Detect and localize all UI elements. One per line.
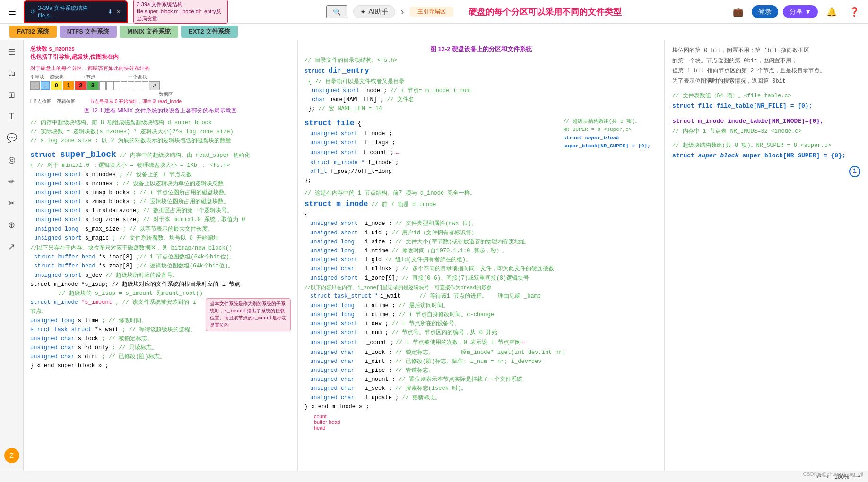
share-chevron-icon: ▼ [805, 8, 811, 16]
data-block [128, 81, 134, 90]
right-panel-content: 块位图的第 0 bit，闲置不用；第 1bit 指向数据区 的第一个块。节点位图… [672, 46, 860, 177]
sidebar-grid-icon[interactable]: ⊞ [5, 87, 18, 103]
data-block [121, 81, 127, 90]
tab-label: 3-39a 文件系统结构file,s... [38, 4, 104, 19]
inode-block-2: 2 [75, 81, 87, 90]
center-code: // 目录文件的目录项结构。<fs.h> struct dir_entry { … [304, 56, 658, 412]
main-content: ☰ 🗂 ⊞ T 💬 ◎ ✏ ✂ ⊕ ↗ Z 总块数 s_nzones 也包括了引… [0, 40, 868, 471]
topbar-right: 💼 登录 分享 ▼ 🔔 ❓ [729, 5, 863, 19]
tab-fat32[interactable]: FAT32 系统 [9, 26, 57, 38]
sidebar-text-icon[interactable]: T [6, 109, 17, 124]
buffer-head-annotation: buffer head [314, 419, 658, 425]
balloon-annotation: 当本文件系统是作为别的系统的子系统时，s_imount指出了系统的挂载位置。而且… [206, 298, 291, 331]
super-block-diagram: ↓ [41, 81, 50, 90]
sidebar-edit-icon[interactable]: ✏ [5, 173, 18, 189]
lock-line: unsigned char s_lock ; // 被锁定标志。 [30, 335, 203, 344]
breadcrumb: 主引导扇区 [410, 7, 453, 17]
search-button[interactable]: 🔍 [326, 5, 347, 18]
ai-assistant-button[interactable]: ✦ AI助手 [353, 5, 395, 18]
struct-comment2: { // 对于 minix1.0 ：逻辑块大小 = 物理磁盘块大小 = 1Kb … [30, 161, 291, 170]
search-icon: 🔍 [333, 8, 341, 16]
sidebar: ☰ 🗂 ⊞ T 💬 ◎ ✏ ✂ ⊕ ↗ Z [0, 40, 24, 471]
head-annotation: head [314, 425, 658, 430]
right-panel: 块位图的第 0 bit，闲置不用；第 1bit 指向数据区 的第一个块。节点位图… [665, 40, 868, 471]
data-block [142, 81, 148, 90]
data-block-end: ↗ [149, 81, 160, 90]
ai-label: AI助手 [369, 8, 388, 16]
user-avatar[interactable]: Z [4, 448, 19, 463]
super-block-code: // 内存中超级块结构。前 8 项组成磁盘超级块结构 d_super_block… [30, 119, 291, 371]
center-panel: 图 12-2 硬盘设备上的分区和文件系统 // 目录文件的目录项结构。<fs.h… [298, 40, 665, 471]
tab-close-icon[interactable]: ✕ [116, 9, 121, 15]
hamburger-icon[interactable]: ☰ [5, 5, 20, 19]
topbar-left: ☰ ↺ 3-39a 文件系统结构file,s... ⬇ ✕ 3-39a 文件系统… [5, 0, 228, 24]
diagram-annotation: 对于硬盘上的每个分区，都应该有如此的块分布结构 [30, 65, 291, 72]
end-line: } « end super_block » ; [30, 362, 291, 370]
sidebar-menu-icon[interactable]: ☰ [5, 44, 18, 60]
tab-minix[interactable]: MINIX 文件系统 [120, 26, 178, 38]
sidebar-files-icon[interactable]: 🗂 [5, 66, 19, 81]
share-button[interactable]: 分享 ▼ [783, 5, 818, 18]
fs-tabs-row: FAT32 系统 NTFS 文件系统 MINIX 文件系统 EXT2 文件系统 [0, 24, 868, 40]
data-block [99, 81, 106, 90]
block-layout-diagram: 对于硬盘上的每个分区，都应该有如此的块分布结构 引导块 超级块 i 节点 一个盘… [30, 65, 291, 115]
comment3: // s_log_zone_size : 以 2 为底的对数表示的逻辑块包含的磁… [30, 137, 291, 146]
dirt-line: unsigned char s_dirt ; // 已修改(脏)标志。 [30, 353, 203, 362]
data-block [113, 81, 120, 90]
fig-title-center: 图 12-2 硬盘设备上的分区和文件系统 [304, 45, 658, 53]
rdonly-line: unsigned char s_rd_only ; // 只读标志。 [30, 344, 203, 353]
annotation-readinode: 节点号是从 0 开始编址，理由见 read_inode [90, 98, 182, 105]
count-annotation: count [314, 413, 658, 419]
help-icon[interactable]: ❓ [845, 5, 863, 19]
inode-block-3: 3 [87, 81, 99, 90]
comment2: // 实际块数 = 逻辑块数(s_nzones) * 逻辑块大小(2^s_log… [30, 128, 291, 137]
sidebar-comment-icon[interactable]: 💬 [4, 130, 20, 146]
briefcase-icon[interactable]: 💼 [729, 5, 747, 19]
comment1: // 内存中超级块结构。前 8 项组成磁盘超级块结构 d_super_block [30, 119, 291, 128]
boot-block: ↓ [30, 81, 40, 90]
login-button[interactable]: 登录 [752, 5, 778, 18]
tab-tooltip: 3-39a 文件系统结构file,super_block,m_inode,dir… [133, 0, 228, 24]
sidebar-scissors-icon[interactable]: ✂ [5, 195, 18, 211]
left-title: 总块数 s_nzones 也包括了引导块,超级块,位图块在内 [30, 45, 291, 61]
download-icon[interactable]: ⬇ [108, 9, 113, 15]
isup-line: struct m_inode *s_isup; // 超级块对应的文件系统的根目… [30, 280, 291, 289]
sidebar-circle-icon[interactable]: ◎ [5, 152, 18, 168]
main-title: 硬盘的每个分区可以采用不同的文件类型 [459, 5, 631, 18]
data-block [106, 81, 113, 90]
info-circle-icon[interactable]: i [849, 166, 860, 177]
share-label: 分享 [790, 8, 803, 16]
inode-block-1: 1 [63, 81, 75, 90]
diagram-fig-title: 图 12-1 建有 MINIX 文件系统的块设备上各部分的布局示意图 [30, 107, 291, 115]
tab-ext2[interactable]: EXT2 文件系统 [181, 26, 238, 38]
status-bar: ↩ ↪ 100% − + [0, 471, 868, 482]
data-block [135, 81, 141, 90]
watermark: CSDN▶@zhangzhang_eji [803, 471, 863, 477]
tab-ntfs[interactable]: NTFS 文件系统 [60, 26, 117, 38]
chevron-icon: › [401, 6, 404, 17]
imount-line: struct m_inode *s_imount ; // 该文件系统被安装到的… [30, 298, 203, 316]
topbar: ☰ ↺ 3-39a 文件系统结构file,s... ⬇ ✕ 3-39a 文件系统… [0, 0, 868, 24]
ai-icon: ✦ [360, 8, 366, 16]
wait-line: struct task_struct *s_wait ; // 等待该超级块的进… [30, 326, 203, 335]
isup-line2: // 超级块的 s_isup = s_imount 见mount_root() [59, 289, 291, 298]
left-panel: 总块数 s_nzones 也包括了引导块,超级块,位图块在内 对于硬盘上的每个分… [24, 40, 298, 471]
active-tab[interactable]: ↺ 3-39a 文件系统结构file,s... ⬇ ✕ [24, 0, 128, 23]
bell-icon[interactable]: 🔔 [823, 5, 841, 19]
topbar-center: 🔍 ✦ AI助手 › 主引导扇区 硬盘的每个分区可以采用不同的文件类型 [228, 5, 729, 18]
right-comments: 块位图的第 0 bit，闲置不用；第 1bit 指向数据区 的第一个块。节点位图… [672, 46, 860, 86]
time-line: unsigned long s_time ; // 修改时间。 [30, 317, 203, 326]
sidebar-link-icon[interactable]: ⊕ [5, 217, 18, 233]
sidebar-arrow-icon[interactable]: ↗ [5, 239, 18, 255]
inode-block-0: 0 [51, 81, 62, 90]
tab-refresh-icon: ↺ [30, 9, 35, 15]
